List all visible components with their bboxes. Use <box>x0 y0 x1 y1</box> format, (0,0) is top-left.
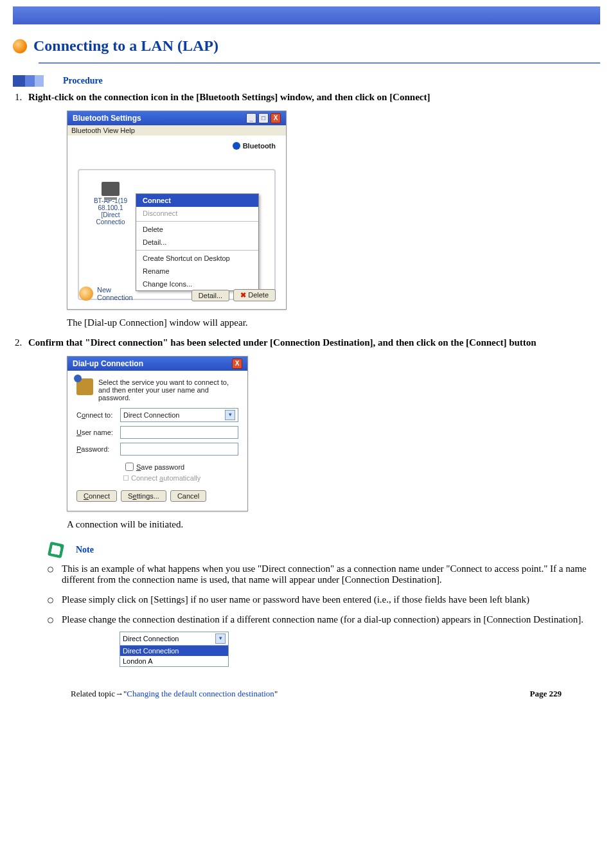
du-description: Select the service you want to connect t… <box>98 378 238 402</box>
related-topic-link[interactable]: Changing the default connection destinat… <box>127 689 274 698</box>
new-connection[interactable]: New Connection <box>79 286 133 301</box>
chevron-down-icon[interactable]: ▾ <box>215 633 226 644</box>
ctx-detail[interactable]: Detail... <box>136 236 258 249</box>
context-menu: Connect Disconnect Delete Detail... Crea… <box>136 193 259 291</box>
related-topic: Related topic→"Changing the default conn… <box>71 689 278 699</box>
ctx-shortcut[interactable]: Create Shortcut on Desktop <box>136 252 258 265</box>
connect-to-value: Direct Connection <box>123 411 179 419</box>
ctx-delete[interactable]: Delete <box>136 223 258 236</box>
dialup-screenshot: Dial-up Connection X Select the service … <box>67 356 248 511</box>
ctx-rename[interactable]: Rename <box>136 265 258 278</box>
page-title: Connecting to a LAN (LAP) <box>33 37 218 55</box>
new-connection-label: New Connection <box>97 286 133 301</box>
section-rule <box>39 62 600 64</box>
bluetooth-settings-screenshot: Bluetooth Settings _ □ X Bluetooth View … <box>67 111 287 310</box>
detail-button[interactable]: Detail... <box>191 290 229 301</box>
cancel-button[interactable]: Cancel <box>170 490 206 502</box>
note-item-2: Please simply click on [Settings] if no … <box>44 594 600 614</box>
combo-option-2[interactable]: London A <box>120 656 228 666</box>
step-list: Right-click on the connection icon in th… <box>24 92 600 530</box>
username-label: User name: <box>76 429 120 436</box>
bt-window-title: Bluetooth Settings <box>73 114 141 123</box>
page-number: Page 229 <box>530 689 562 699</box>
step-1-text: Right-click on the connection icon in th… <box>28 92 430 102</box>
bullet-icon <box>13 39 27 53</box>
maximize-icon[interactable]: □ <box>258 113 269 123</box>
connect-button[interactable]: Connect <box>76 490 117 502</box>
device-icon <box>102 182 120 196</box>
note-item-1: This is an example of what happens when … <box>44 563 600 594</box>
ctx-disconnect: Disconnect <box>136 207 258 220</box>
note-item-3: Please change the connection destination… <box>44 614 600 676</box>
save-password-checkbox[interactable]: Save password <box>123 461 238 473</box>
window-controls: _ □ X <box>246 113 281 123</box>
step-2-text: Confirm that "Direct connection" has bee… <box>28 337 537 348</box>
combo-option-1[interactable]: Direct Connection <box>120 646 228 656</box>
username-field[interactable] <box>120 426 238 439</box>
note-label: Note <box>76 545 94 555</box>
combo-value: Direct Connection <box>123 635 179 642</box>
delete-button[interactable]: ✖ Delete <box>233 289 276 301</box>
note-list: This is an example of what happens when … <box>44 563 600 676</box>
procedure-icon <box>13 75 44 87</box>
connect-to-select[interactable]: Direct Connection ▾ <box>120 408 238 422</box>
close-icon[interactable]: X <box>271 113 281 123</box>
new-connection-icon <box>79 287 93 301</box>
combo-screenshot: Direct Connection ▾ Direct Connection Lo… <box>120 632 229 667</box>
ctx-connect[interactable]: Connect <box>136 194 258 207</box>
procedure-label: Procedure <box>63 76 103 86</box>
combo-list: Direct Connection London A <box>120 646 229 667</box>
step-2: Confirm that "Direct connection" has bee… <box>24 337 600 530</box>
step-2-after: A connection will be initiated. <box>67 519 600 530</box>
chevron-down-icon[interactable]: ▾ <box>225 410 235 420</box>
dialup-icon <box>76 378 93 395</box>
ctx-icons[interactable]: Change Icons... <box>136 278 258 290</box>
du-window-title: Dial-up Connection <box>73 359 143 368</box>
device-label: BT-AP-1(19 68.100.1 [Direct Connectio <box>85 197 136 226</box>
device-area: BT-AP-1(19 68.100.1 [Direct Connectio Co… <box>78 169 276 300</box>
connect-to-label: Connect to: <box>76 411 120 419</box>
step-1-after: The [Dial-up Connection] window will app… <box>67 317 600 328</box>
close-icon[interactable]: X <box>232 359 242 369</box>
minimize-icon[interactable]: _ <box>246 113 256 123</box>
combo-select[interactable]: Direct Connection ▾ <box>120 632 229 646</box>
password-field[interactable] <box>120 443 238 456</box>
note-icon <box>48 542 64 558</box>
bluetooth-badge: Bluetooth <box>233 142 276 150</box>
device-item[interactable]: BT-AP-1(19 68.100.1 [Direct Connectio <box>85 182 136 226</box>
step-1: Right-click on the connection icon in th… <box>24 92 600 328</box>
password-label: Password: <box>76 445 120 453</box>
bt-menubar[interactable]: Bluetooth View Help <box>67 125 286 136</box>
connect-auto-checkbox: ☐ Connect automatically <box>123 474 238 483</box>
top-gradient-bar <box>13 6 600 24</box>
settings-button[interactable]: Settings... <box>121 490 166 502</box>
